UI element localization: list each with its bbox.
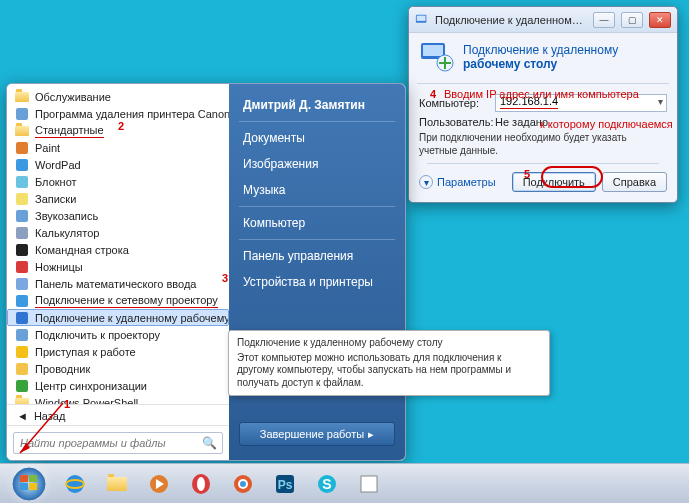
program-item-4[interactable]: WordPad	[7, 156, 229, 173]
rdp-header-line1: Подключение к удаленному	[463, 43, 618, 57]
svg-rect-25	[361, 476, 377, 492]
search-input[interactable]	[13, 432, 223, 454]
program-label: Приступая к работе	[35, 346, 136, 358]
rdp-footer: ▾ Параметры Подключить Справка	[409, 172, 677, 202]
search-area: 🔍	[7, 425, 229, 460]
rdp-icon	[15, 311, 29, 325]
taskbar-opera[interactable]	[182, 468, 220, 500]
computer-value: 192.168.1.4	[500, 95, 558, 109]
program-item-11[interactable]: Панель математического ввода	[7, 275, 229, 292]
back-label: Назад	[34, 410, 66, 422]
right-item-0[interactable]: Документы	[229, 125, 405, 151]
program-label: Центр синхронизации	[35, 380, 147, 392]
taskbar-chrome[interactable]	[224, 468, 262, 500]
rdp-header-icon	[419, 39, 455, 75]
right-item-3[interactable]: Компьютер	[229, 210, 405, 236]
rdp-header-text: Подключение к удаленному рабочему столу	[463, 43, 618, 72]
program-item-9[interactable]: Командная строка	[7, 241, 229, 258]
program-item-18[interactable]: Windows PowerShell	[7, 394, 229, 404]
program-item-2[interactable]: Стандартные	[7, 122, 229, 139]
program-item-7[interactable]: Звукозапись	[7, 207, 229, 224]
taskbar-skype[interactable]: S	[308, 468, 346, 500]
program-label: Обслуживание	[35, 91, 111, 103]
separator	[239, 239, 395, 240]
computer-combo[interactable]: 192.168.1.4	[495, 94, 667, 112]
program-item-5[interactable]: Блокнот	[7, 173, 229, 190]
calc-icon	[15, 226, 29, 240]
program-item-14[interactable]: Подключить к проектору	[7, 326, 229, 343]
explorer-icon	[15, 362, 29, 376]
program-label: Подключение к удаленному рабочему сто...	[35, 312, 229, 324]
maximize-button[interactable]: ▢	[621, 12, 643, 28]
rdp-icon	[415, 13, 429, 27]
sound-icon	[15, 209, 29, 223]
program-label: Программа удаления принтера Canon	[35, 108, 229, 120]
tooltip: Подключение к удаленному рабочему столу …	[228, 330, 550, 396]
svg-text:S: S	[322, 476, 331, 492]
user-value: Не задано	[495, 116, 548, 128]
taskbar-wmp[interactable]	[140, 468, 178, 500]
program-label: Блокнот	[35, 176, 77, 188]
program-item-0[interactable]: Обслуживание	[7, 88, 229, 105]
separator	[239, 206, 395, 207]
program-item-3[interactable]: Paint	[7, 139, 229, 156]
program-label: Подключение к сетевому проектору	[35, 294, 218, 308]
math-icon	[15, 277, 29, 291]
start-button[interactable]	[4, 465, 54, 503]
taskbar-explorer[interactable]	[98, 468, 136, 500]
connect-button[interactable]: Подключить	[512, 172, 596, 192]
tooltip-body: Этот компьютер можно использовать для по…	[237, 352, 541, 390]
program-item-8[interactable]: Калькулятор	[7, 224, 229, 241]
right-item-5[interactable]: Устройства и принтеры	[229, 269, 405, 295]
minimize-button[interactable]: —	[593, 12, 615, 28]
program-item-12[interactable]: Подключение к сетевому проектору	[7, 292, 229, 309]
paint-icon	[15, 141, 29, 155]
svg-point-17	[197, 477, 205, 491]
program-item-13[interactable]: Подключение к удаленному рабочему сто...	[7, 309, 229, 326]
program-item-15[interactable]: Приступая к работе	[7, 343, 229, 360]
program-item-16[interactable]: Проводник	[7, 360, 229, 377]
printer-icon	[15, 107, 29, 121]
right-item-1[interactable]: Изображения	[229, 151, 405, 177]
back-button[interactable]: ◄ Назад	[7, 404, 229, 425]
program-label: Windows PowerShell	[35, 397, 138, 405]
right-item-2[interactable]: Музыка	[229, 177, 405, 203]
taskbar-app-blue[interactable]: Ps	[266, 468, 304, 500]
svg-rect-9	[29, 475, 37, 482]
shutdown-label: Завершение работы	[260, 428, 364, 440]
programs-list[interactable]: ОбслуживаниеПрограмма удаления принтера …	[7, 84, 229, 404]
netproj-icon	[15, 294, 29, 308]
start-icon	[15, 345, 29, 359]
rdp-title: Подключение к удаленному рабочему столу	[435, 14, 587, 26]
program-label: Проводник	[35, 363, 90, 375]
program-label: Калькулятор	[35, 227, 99, 239]
program-item-1[interactable]: Программа удаления принтера Canon	[7, 105, 229, 122]
program-item-10[interactable]: Ножницы	[7, 258, 229, 275]
rdp-titlebar[interactable]: Подключение к удаленному рабочему столу …	[409, 7, 677, 33]
options-toggle[interactable]: ▾ Параметры	[419, 175, 496, 189]
shutdown-button[interactable]: Завершение работы ▸	[239, 422, 395, 446]
program-item-17[interactable]: Центр синхронизации	[7, 377, 229, 394]
taskbar-notes[interactable]	[350, 468, 388, 500]
start-menu-programs: ОбслуживаниеПрограмма удаления принтера …	[7, 84, 229, 460]
sync-icon	[15, 379, 29, 393]
user-name[interactable]: Дмитрий Д. Замятин	[229, 92, 405, 118]
separator	[427, 163, 659, 164]
notepad-icon	[15, 175, 29, 189]
program-item-6[interactable]: Записки	[7, 190, 229, 207]
folder-icon	[15, 396, 29, 405]
taskbar-ie[interactable]	[56, 468, 94, 500]
start-menu-right: Дмитрий Д. Замятин ДокументыИзображенияМ…	[229, 84, 405, 460]
svg-rect-10	[20, 483, 28, 490]
program-label: WordPad	[35, 159, 81, 171]
proj-icon	[15, 328, 29, 342]
desktop: Подключение к удаленному рабочему столу …	[0, 0, 689, 503]
right-item-4[interactable]: Панель управления	[229, 243, 405, 269]
svg-point-20	[240, 481, 246, 487]
help-button[interactable]: Справка	[602, 172, 667, 192]
program-label: Звукозапись	[35, 210, 98, 222]
separator	[239, 121, 395, 122]
folder-icon	[15, 124, 29, 138]
program-label: Записки	[35, 193, 76, 205]
close-button[interactable]: ✕	[649, 12, 671, 28]
